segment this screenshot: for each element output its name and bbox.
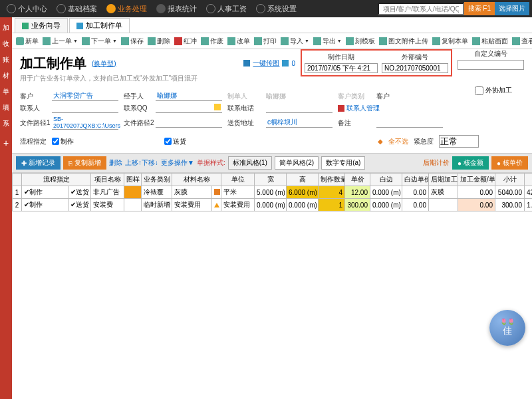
orderno-label: 外部编号 bbox=[382, 53, 448, 62]
save-icon bbox=[121, 37, 129, 45]
path1-field[interactable]: SB-20170207JQXB:C:\Users bbox=[52, 116, 118, 130]
grid-action-bar: ✚ 新增记录 ⎘ 复制新增 删除 上移↑下移↓ 更多操作▼ 单据样式: 标准风格… bbox=[12, 153, 532, 173]
sb-item[interactable]: 材 bbox=[1, 68, 11, 84]
table-row[interactable]: 1 ✔制作 ✔送货 非凡广告 冷裱覆 灰膜 平米 5.000 (m) 6.000… bbox=[13, 186, 533, 199]
nav-personal[interactable]: 个人中心 bbox=[3, 4, 51, 14]
style-tab-digit[interactable]: 数字专用(a) bbox=[321, 156, 365, 170]
urgent-input[interactable] bbox=[439, 135, 479, 148]
tb-save[interactable]: 保存 bbox=[121, 37, 144, 46]
select-none-link[interactable]: 全不选 bbox=[388, 137, 408, 146]
date-input[interactable] bbox=[305, 63, 378, 73]
tb-void[interactable]: 作废 bbox=[201, 37, 223, 46]
tab-processing-order[interactable]: 加工制作单 bbox=[69, 18, 130, 33]
nav-business[interactable]: 业务处理 bbox=[102, 4, 151, 14]
add-record-button[interactable]: ✚ 新增记录 bbox=[16, 156, 61, 170]
doc-icon bbox=[22, 23, 29, 29]
tb-print[interactable]: 打印 bbox=[254, 37, 277, 46]
note-label: 备注 bbox=[338, 118, 371, 128]
warning-icon bbox=[214, 203, 219, 207]
customno-input[interactable] bbox=[458, 60, 524, 70]
ab-move[interactable]: 上移↑下移↓ bbox=[125, 158, 158, 168]
customer-field[interactable]: 大润零贷广告 bbox=[52, 91, 118, 101]
doc-icon bbox=[76, 23, 83, 29]
ab-more[interactable]: 更多操作▼ bbox=[161, 158, 194, 168]
calc-price-button[interactable]: ● 核单价 bbox=[491, 156, 528, 170]
sb-item[interactable]: 单 bbox=[1, 84, 11, 100]
export-icon bbox=[313, 37, 321, 45]
tb-paste[interactable]: 粘贴画面 bbox=[472, 37, 508, 46]
contact-mgr-link[interactable]: 联系人管理 bbox=[346, 104, 380, 112]
paste-icon bbox=[472, 37, 480, 45]
handler-field[interactable]: 喻娜娜 bbox=[156, 91, 222, 101]
note-field[interactable] bbox=[376, 118, 443, 128]
ad-icon bbox=[106, 4, 116, 13]
red-icon bbox=[174, 37, 182, 45]
onekey-upload-link[interactable]: 一键传图 bbox=[253, 59, 279, 68]
maker-value: 喻娜娜 bbox=[266, 92, 332, 101]
outsource-checkbox[interactable]: 外协加工 bbox=[475, 86, 512, 95]
customer-label: 客户 bbox=[20, 92, 47, 101]
tb-import[interactable]: 导入▼ bbox=[281, 37, 309, 46]
tel-field[interactable] bbox=[266, 104, 332, 113]
nav-settings[interactable]: 系统设置 bbox=[252, 4, 301, 14]
path2-field[interactable] bbox=[156, 118, 222, 128]
addr-field[interactable]: c桐梓坝川 bbox=[266, 118, 332, 128]
style-tab-simple[interactable]: 简单风格(2) bbox=[275, 156, 319, 170]
sb-add[interactable]: + bbox=[2, 134, 10, 152]
delete-icon bbox=[148, 37, 156, 45]
copy-record-button[interactable]: ⎘ 复制新增 bbox=[63, 156, 106, 170]
flow-label: 流程指定 bbox=[20, 137, 47, 146]
nav-base[interactable]: 基础档案 bbox=[53, 4, 101, 14]
edit-icon bbox=[227, 37, 235, 45]
nav-reports[interactable]: 报表统计 bbox=[152, 4, 201, 14]
tb-edit[interactable]: 改单 bbox=[227, 37, 250, 46]
qq-field[interactable] bbox=[156, 104, 222, 113]
form-panel: 加工制作单 (换单型) 用于广告业务订单录入，支持自己加工或"外发加工"项目混开… bbox=[12, 49, 532, 153]
sb-item[interactable]: 系 bbox=[1, 116, 11, 132]
flow-make-checkbox[interactable]: 制作 bbox=[52, 137, 74, 146]
circle-icon bbox=[206, 4, 215, 13]
tb-delete[interactable]: 删除 bbox=[148, 37, 170, 46]
flow-send-checkbox[interactable]: 送货 bbox=[164, 137, 186, 146]
sb-item[interactable]: 账 bbox=[1, 52, 11, 68]
tb-template[interactable]: 刻模板 bbox=[346, 37, 375, 46]
global-search-input[interactable] bbox=[378, 3, 464, 15]
select-image-button[interactable]: 选择图片 bbox=[495, 2, 529, 15]
tb-payhistory[interactable]: 查看收款过程 bbox=[512, 37, 532, 46]
style-tab-standard[interactable]: 标准风格(1) bbox=[228, 156, 272, 170]
main-toolbar: 新单 上一单▼ 下一单▼ 保存 删除 红冲 作废 改单 打印 导入▼ 导出▼ 刻… bbox=[12, 33, 532, 49]
ctype-value: 客户 bbox=[376, 92, 443, 101]
template-icon bbox=[346, 37, 354, 45]
table-header-row: 流程指定 项目名称图样业务类别 材料名称 单位宽高 制作数量单价白边 白边单价后… bbox=[13, 174, 533, 186]
search-button[interactable]: 搜索 F1 bbox=[464, 2, 495, 15]
tb-redrush[interactable]: 红冲 bbox=[174, 37, 197, 46]
page-title: 加工制作单 bbox=[20, 55, 86, 72]
handler-label: 经手人 bbox=[124, 92, 150, 101]
attach-icon bbox=[282, 60, 289, 66]
sb-item[interactable]: 加 bbox=[1, 20, 11, 36]
change-type-link[interactable]: (换单型) bbox=[92, 59, 116, 68]
tb-upload[interactable]: 图文附件上传 bbox=[379, 37, 428, 46]
items-table: 流程指定 项目名称图样业务类别 材料名称 单位宽高 制作数量单价白边 白边单价后… bbox=[12, 173, 532, 211]
tb-export[interactable]: 导出▼ bbox=[313, 37, 342, 46]
nav-hr[interactable]: 人事工资 bbox=[202, 4, 251, 14]
sb-item[interactable]: 填 bbox=[1, 100, 11, 116]
calc-amount-button[interactable]: ● 核金额 bbox=[452, 156, 489, 170]
date-label: 制作日期 bbox=[305, 53, 378, 62]
post-pricing-link[interactable]: 后期计价 bbox=[423, 159, 450, 166]
urgent-label: 紧急度 bbox=[414, 137, 434, 146]
floating-assistant-button[interactable]: 🌷🌷 佳 bbox=[489, 310, 525, 346]
tb-copy[interactable]: 复制本单 bbox=[432, 37, 468, 46]
ab-delete[interactable]: 删除 bbox=[109, 158, 122, 168]
tb-new[interactable]: 新单 bbox=[16, 37, 39, 46]
arrow-right-icon bbox=[82, 37, 90, 45]
contact-field[interactable] bbox=[52, 104, 118, 113]
tb-next[interactable]: 下一单▼ bbox=[82, 37, 117, 46]
sb-item[interactable]: 收 bbox=[1, 36, 11, 52]
table-row[interactable]: 2 ✔制作 ✔送货 安装费 临时新增 安装费用 安装费用 0.000 (m) 0… bbox=[13, 199, 533, 211]
order-meta-highlight: 制作日期 外部编号 bbox=[301, 49, 452, 76]
tab-guide[interactable]: 业务向导 bbox=[15, 18, 68, 33]
orderno-input[interactable] bbox=[382, 63, 448, 73]
material-icon bbox=[214, 189, 220, 195]
tb-prev[interactable]: 上一单▼ bbox=[43, 37, 78, 46]
